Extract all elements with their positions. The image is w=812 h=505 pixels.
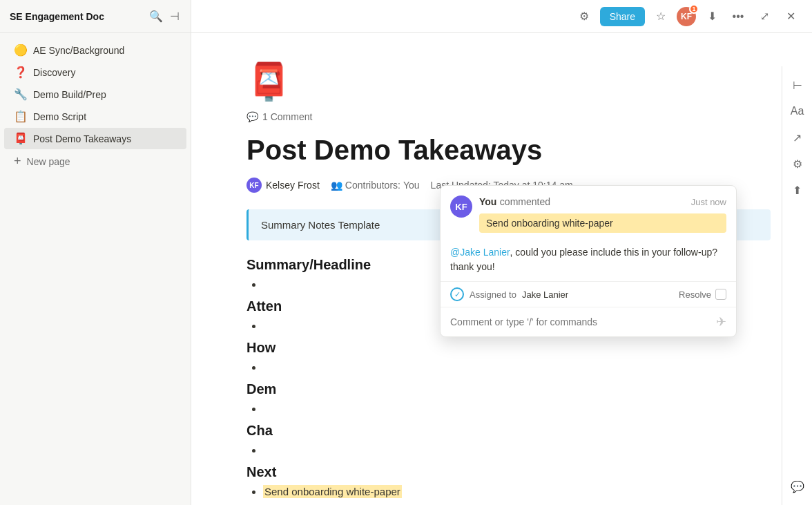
author-name: Kelsey Frost	[266, 180, 320, 191]
section-cha: Cha	[246, 423, 771, 456]
comment-meta: You commented Just now	[479, 196, 726, 208]
sidebar-nav: 🟡 AE Sync/Background ❓ Discovery 🔧 Demo …	[0, 33, 191, 505]
sidebar-item-ae-sync[interactable]: 🟡 AE Sync/Background	[4, 39, 186, 61]
comment-header: KF You commented Just now Send onboardin…	[441, 186, 736, 245]
sidebar-item-demo-build-label: Demo Build/Prep	[33, 89, 177, 100]
text-size-icon[interactable]: Aa	[787, 101, 808, 122]
new-page-label: New page	[27, 156, 70, 167]
sidebar-item-demo-script[interactable]: 📋 Demo Script	[4, 106, 186, 127]
comment-time: Just now	[691, 197, 726, 207]
section-how: How	[246, 340, 771, 373]
contributors-icon: 👥	[331, 180, 342, 191]
commenter-avatar: KF	[450, 196, 472, 218]
collapse-sidebar-icon[interactable]: ⊣	[168, 8, 181, 24]
sidebar-item-post-demo[interactable]: 📮 Post Demo Takeaways	[4, 128, 186, 149]
comment-icon: 💬	[246, 111, 258, 122]
comment-body: You commented Just now Send onboarding w…	[479, 196, 726, 240]
contributors-value: You	[403, 180, 420, 191]
demo-script-icon: 📋	[14, 110, 28, 123]
comments-panel-icon[interactable]: 💬	[787, 476, 808, 497]
topbar: ⚙ Share ☆ KF 1 ⬇ ••• ⤢ ✕	[191, 0, 812, 33]
assigned-to-name: Jake Lanier	[522, 289, 568, 300]
close-icon[interactable]: ✕	[780, 6, 801, 27]
send-icon[interactable]: ✈	[716, 314, 726, 330]
search-icon[interactable]: 🔍	[148, 8, 164, 24]
post-demo-icon: 📮	[14, 132, 28, 145]
comment-text: @Jake Lanier, could you please include t…	[441, 245, 736, 281]
resolve-label: Resolve	[679, 289, 711, 300]
settings-icon[interactable]: ⚙	[574, 6, 594, 27]
comment-input[interactable]	[450, 316, 710, 327]
resolve-button[interactable]: Resolve	[679, 289, 726, 300]
ae-sync-icon: 🟡	[14, 44, 28, 57]
integrations-icon[interactable]: ⚙	[787, 153, 808, 174]
section-dem: Dem	[246, 381, 771, 415]
comment-mention[interactable]: @Jake Lanier	[450, 247, 510, 258]
assigned-to-label: Assigned to	[470, 289, 516, 300]
author-avatar: KF	[246, 178, 262, 193]
section-cha-heading: Cha	[246, 423, 771, 439]
comment-input-area: ✈	[441, 307, 736, 336]
comment-popup: KF You commented Just now Send onboardin…	[440, 185, 737, 337]
section-cha-bullet-1	[263, 444, 771, 456]
export-icon[interactable]: ⬆	[787, 180, 808, 200]
collapse-right-icon[interactable]: ⊢	[787, 75, 808, 95]
section-next-bullet-1: Send onboarding white-paper	[263, 486, 771, 497]
assigned-left: ✓ Assigned to Jake Lanier	[450, 287, 568, 301]
callout-text: Summary Notes Template	[261, 219, 380, 231]
page-emoji[interactable]: 📮	[246, 61, 771, 103]
comment-highlight-text: Send onboarding white-paper	[479, 213, 726, 233]
star-icon[interactable]: ☆	[650, 6, 671, 27]
new-page-plus-icon: +	[14, 154, 21, 169]
section-how-heading: How	[246, 340, 771, 356]
highlighted-next-step: Send onboarding white-paper	[263, 485, 402, 498]
comment-action: commented	[500, 196, 550, 207]
section-next-bullets: Send onboarding white-paper	[263, 486, 771, 497]
comment-assigned: ✓ Assigned to Jake Lanier Resolve	[441, 281, 736, 307]
contributors-label: Contributors:	[345, 180, 400, 191]
resolve-checkbox[interactable]	[715, 289, 726, 300]
main-content: ⚙ Share ☆ KF 1 ⬇ ••• ⤢ ✕ 📮 💬 1 Comment P…	[191, 0, 812, 505]
sidebar: SE Engagement Doc 🔍 ⊣ 🟡 AE Sync/Backgrou…	[0, 0, 191, 505]
comment-author: You	[479, 196, 496, 207]
sidebar-item-discovery-label: Discovery	[33, 67, 177, 78]
fullscreen-icon[interactable]: ⤢	[754, 6, 775, 27]
comment-author-line: You commented	[479, 196, 550, 208]
page-author: KF Kelsey Frost	[246, 178, 320, 193]
share-right-icon[interactable]: ↗	[787, 127, 808, 148]
section-dem-bullets	[263, 403, 771, 415]
page-contributors: 👥 Contributors: You	[331, 180, 420, 191]
user-avatar[interactable]: KF 1	[677, 7, 696, 26]
more-options-icon[interactable]: •••	[728, 6, 748, 27]
demo-build-icon: 🔧	[14, 88, 28, 101]
section-dem-bullet-1	[263, 403, 771, 415]
share-button[interactable]: Share	[600, 7, 645, 26]
sidebar-item-ae-sync-label: AE Sync/Background	[33, 45, 177, 56]
check-circle-icon: ✓	[450, 287, 464, 301]
page-title: Post Demo Takeaways	[246, 133, 771, 166]
sidebar-item-demo-build-prep[interactable]: 🔧 Demo Build/Prep	[4, 84, 186, 105]
right-panel: ⊢ Aa ↗ ⚙ ⬆ 💬	[782, 66, 812, 505]
sidebar-item-demo-script-label: Demo Script	[33, 111, 177, 122]
section-how-bullets	[263, 361, 771, 373]
section-cha-bullets	[263, 444, 771, 456]
section-how-bullet-1	[263, 361, 771, 373]
sidebar-header: SE Engagement Doc 🔍 ⊣	[0, 0, 191, 33]
sidebar-item-post-demo-label: Post Demo Takeaways	[33, 133, 177, 144]
download-icon[interactable]: ⬇	[702, 6, 722, 27]
notification-badge: 1	[689, 4, 699, 14]
section-next-heading: Next	[246, 464, 771, 480]
sidebar-title: SE Engagement Doc	[10, 11, 104, 22]
section-next: Next Send onboarding white-paper	[246, 464, 771, 497]
comment-count[interactable]: 💬 1 Comment	[246, 111, 771, 122]
discovery-icon: ❓	[14, 66, 28, 79]
new-page-item[interactable]: + New page	[4, 150, 186, 173]
comment-count-label: 1 Comment	[262, 111, 312, 122]
sidebar-header-actions: 🔍 ⊣	[148, 8, 181, 24]
section-dem-heading: Dem	[246, 381, 771, 397]
sidebar-item-discovery[interactable]: ❓ Discovery	[4, 61, 186, 83]
